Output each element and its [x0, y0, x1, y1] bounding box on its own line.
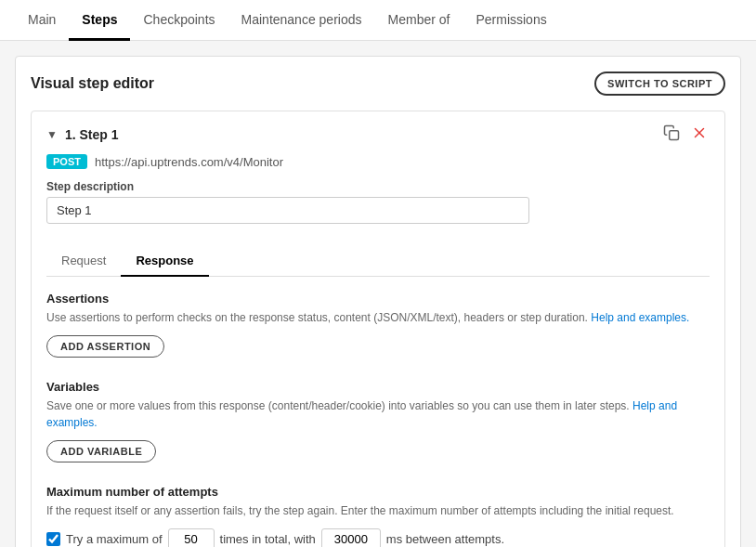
variables-section: Variables Save one or more values from t…: [46, 380, 710, 462]
assertions-description: Use assertions to perform checks on the …: [46, 309, 710, 326]
variables-description: Save one or more values from this respon…: [46, 397, 710, 431]
method-row: POST https://api.uptrends.com/v4/Monitor: [46, 154, 710, 169]
svg-rect-0: [670, 131, 679, 140]
copy-step-button[interactable]: [661, 123, 682, 147]
assertions-section: Assertions Use assertions to perform che…: [46, 292, 710, 358]
tab-checkpoints[interactable]: Checkpoints: [130, 0, 228, 41]
tab-permissions[interactable]: Permissions: [463, 0, 559, 41]
tab-maintenance-periods[interactable]: Maintenance periods: [228, 0, 375, 41]
sub-tabs: Request Response: [46, 246, 710, 277]
tab-request[interactable]: Request: [46, 246, 121, 277]
collapse-arrow-icon[interactable]: ▼: [46, 128, 58, 141]
max-attempts-checkbox[interactable]: [46, 532, 60, 546]
delete-step-button[interactable]: [689, 123, 710, 147]
tab-member-of[interactable]: Member of: [375, 0, 463, 41]
step-description-label: Step description: [46, 180, 710, 193]
step-header: ▼ 1. Step 1: [46, 123, 710, 147]
editor-card: Visual step editor SWITCH TO SCRIPT ▼ 1.…: [15, 56, 741, 547]
attempts-suffix-text: ms between attempts.: [386, 532, 504, 546]
assertions-title: Assertions: [46, 292, 710, 306]
step-actions: [661, 123, 710, 147]
assertions-help-link[interactable]: Help and examples.: [591, 311, 689, 324]
step-item: ▼ 1. Step 1: [31, 111, 725, 547]
editor-title: Visual step editor: [31, 75, 154, 92]
attempts-ms-input[interactable]: [321, 528, 381, 547]
attempts-count-input[interactable]: [168, 528, 215, 547]
attempts-prefix-text: Try a maximum of: [66, 532, 163, 546]
max-attempts-title: Maximum number of attempts: [46, 485, 710, 499]
tab-response[interactable]: Response: [121, 246, 208, 277]
add-assertion-button[interactable]: ADD ASSERTION: [46, 335, 164, 358]
step-description-section: Step description: [46, 180, 710, 224]
top-navigation: Main Steps Checkpoints Maintenance perio…: [0, 0, 756, 41]
max-attempts-description: If the request itself or any assertion f…: [46, 502, 710, 519]
tab-main[interactable]: Main: [15, 0, 69, 41]
tab-steps[interactable]: Steps: [69, 0, 130, 41]
method-badge: POST: [46, 154, 87, 169]
step-url: https://api.uptrends.com/v4/Monitor: [95, 155, 283, 169]
step-title: 1. Step 1: [65, 127, 119, 142]
main-content: Visual step editor SWITCH TO SCRIPT ▼ 1.…: [0, 41, 756, 547]
variables-title: Variables: [46, 380, 710, 394]
step-title-row: ▼ 1. Step 1: [46, 127, 118, 142]
switch-to-script-button[interactable]: SWITCH TO SCRIPT: [594, 72, 725, 96]
attempts-middle-text: times in total, with: [220, 532, 316, 546]
editor-header: Visual step editor SWITCH TO SCRIPT: [31, 72, 725, 96]
step-description-input[interactable]: [46, 197, 529, 224]
attempts-row: Try a maximum of times in total, with ms…: [46, 528, 710, 547]
max-attempts-section: Maximum number of attempts If the reques…: [46, 485, 710, 547]
add-variable-button[interactable]: ADD VARIABLE: [46, 440, 156, 462]
